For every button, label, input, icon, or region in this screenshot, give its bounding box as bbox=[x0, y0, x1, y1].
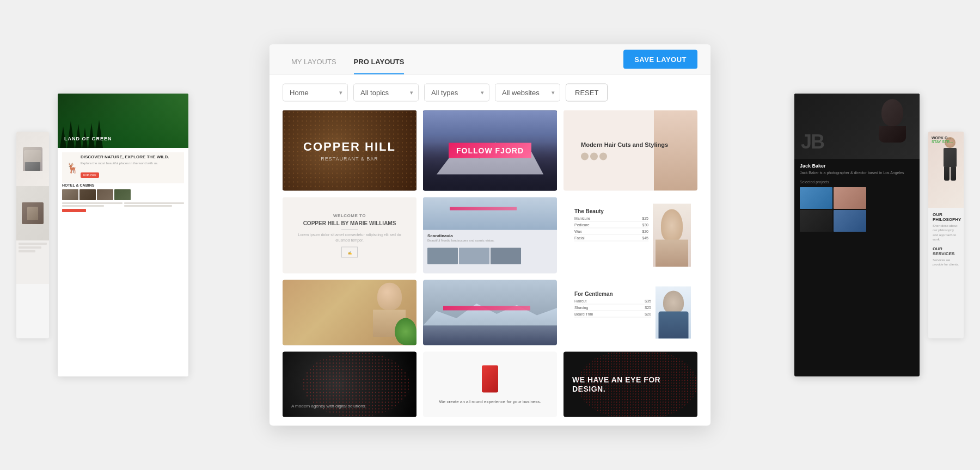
dark-letters: JB bbox=[801, 131, 824, 153]
right-small-preview: WORK O... STAY STR... OUR PHILOSOPHY Sho… bbox=[928, 132, 964, 338]
log-cta: EXPLORE bbox=[81, 172, 99, 178]
ch2-body-text: Lorem ipsum dolor sit amet consectetur a… bbox=[291, 232, 408, 243]
layout-scandinavia[interactable]: Scandinavia Beautiful Nordic landscapes … bbox=[423, 197, 557, 274]
athlete-desc: Short desc about our philosophy and appr… bbox=[933, 224, 959, 242]
layouts-grid: COPPER HILL RESTAURANT & BAR FOLLOW FJOR… bbox=[270, 110, 710, 426]
scandinavia-title: Scandinavia bbox=[427, 233, 553, 238]
right-main-preview: JB Jack Baker Jack Baker is a photograph… bbox=[794, 94, 920, 376]
modal-header: MY LAYOUTS PRO LAYOUTS SAVE LAYOUT bbox=[270, 45, 710, 75]
layout-gentleman[interactable]: For Gentleman Haircut$35 Shaving$25 Bear… bbox=[564, 280, 697, 345]
tab-bar: MY LAYOUTS PRO LAYOUTS bbox=[283, 45, 413, 75]
left-main-preview: LAND OF GREEN 🦌 DISCOVER NATURE, EXPLORE… bbox=[58, 94, 188, 376]
scandinavia-desc: Beautiful Nordic landscapes and scenic v… bbox=[427, 238, 553, 243]
dark-projects-label: Selected projects bbox=[800, 180, 914, 184]
agency-text: A modern agency with digital solutions. bbox=[291, 404, 366, 409]
log-discover-text: DISCOVER NATURE, EXPLORE THE WILD. bbox=[81, 154, 169, 159]
right-panel: JB Jack Baker Jack Baker is a photograph… bbox=[794, 94, 964, 376]
right-stay-label: STAY STR... bbox=[932, 140, 953, 144]
reset-button[interactable]: RESET bbox=[566, 84, 608, 102]
layouts-modal: MY LAYOUTS PRO LAYOUTS SAVE LAYOUT Home … bbox=[270, 45, 710, 426]
product-red-shape bbox=[482, 365, 498, 392]
page-type-filter[interactable]: Home About Contact bbox=[283, 84, 348, 102]
left-panel: LAND OF GREEN 🦌 DISCOVER NATURE, EXPLORE… bbox=[16, 94, 188, 376]
copper-hill-title: COPPER HILL bbox=[303, 140, 396, 154]
save-layout-button[interactable]: SAVE LAYOUT bbox=[623, 50, 697, 69]
layout-copper-hill[interactable]: COPPER HILL RESTAURANT & BAR bbox=[283, 110, 416, 191]
beauty-title: The Beauty bbox=[574, 208, 648, 214]
log-hotel-title: HOTEL & CABINS bbox=[62, 183, 184, 187]
layout-beauty[interactable]: The Beauty Manicure$25 Pedicure$30 Wax$2… bbox=[564, 197, 697, 274]
websites-filter[interactable]: All websites My Site 1 bbox=[495, 84, 560, 102]
gentleman-menu: Haircut$35 Shaving$25 Beard Trim$20 bbox=[574, 299, 651, 318]
layout-hair-salon[interactable]: Modern Hair Cuts and Stylings bbox=[564, 110, 697, 191]
ch2-welcome-text: WELCOME TO bbox=[333, 213, 366, 218]
layout-copper-hill-inner[interactable]: WELCOME TO COPPER HILL BY MARIE WILLIAMS… bbox=[283, 197, 416, 274]
topics-filter-wrap: All topics Business Portfolio bbox=[353, 84, 419, 102]
log-title-text: LAND OF GREEN bbox=[64, 136, 112, 141]
types-filter-wrap: All types Full page Section bbox=[424, 84, 489, 102]
layout-eye-design[interactable]: WE HAVE AN EYE FOR DESIGN. bbox=[564, 352, 697, 417]
ch2-name-text: COPPER HILL BY MARIE WILLIAMS bbox=[303, 220, 396, 226]
athlete-our-label: OUR PHILOSOPHY bbox=[933, 212, 959, 222]
beauty-menu: Manicure$25 Pedicure$30 Wax$20 Facial$45 bbox=[574, 217, 648, 242]
topics-filter[interactable]: All topics Business Portfolio bbox=[353, 84, 419, 102]
layout-mountain-lake[interactable] bbox=[423, 280, 557, 345]
left-small-preview bbox=[16, 132, 49, 338]
log-body-text: Explore the most beautiful places in the… bbox=[81, 161, 169, 165]
layout-agency[interactable]: A modern agency with digital solutions. bbox=[283, 352, 416, 417]
layout-product[interactable]: We create an all round experience for yo… bbox=[423, 352, 557, 417]
dark-desc: Jack Baker is a photographer & director … bbox=[800, 170, 914, 176]
follow-fjord-title: FOLLOW FJORD bbox=[449, 143, 531, 158]
dark-name: Jack Baker bbox=[800, 163, 914, 169]
websites-filter-wrap: All websites My Site 1 bbox=[495, 84, 560, 102]
athlete-service-label: OUR SERVICES bbox=[933, 246, 959, 256]
hair-salon-avatars bbox=[581, 152, 668, 160]
filters-bar: Home About Contact All topics Business P… bbox=[270, 75, 710, 110]
layout-person-laughing[interactable] bbox=[283, 280, 416, 345]
right-work-label: WORK O... bbox=[932, 136, 953, 140]
athlete-service-desc: Services we provide for clients. bbox=[933, 258, 959, 267]
hair-salon-title: Modern Hair Cuts and Stylings bbox=[581, 141, 668, 149]
gentleman-title: For Gentleman bbox=[574, 291, 651, 297]
copper-hill-subtitle: RESTAURANT & BAR bbox=[303, 156, 396, 162]
layout-follow-fjord[interactable]: FOLLOW FJORD bbox=[423, 110, 557, 191]
page-type-filter-wrap: Home About Contact bbox=[283, 84, 348, 102]
product-text: We create an all round experience for yo… bbox=[439, 399, 541, 404]
tab-pro-layouts[interactable]: PRO LAYOUTS bbox=[345, 45, 413, 75]
tab-my-layouts[interactable]: MY LAYOUTS bbox=[283, 45, 345, 75]
types-filter[interactable]: All types Full page Section bbox=[424, 84, 489, 102]
